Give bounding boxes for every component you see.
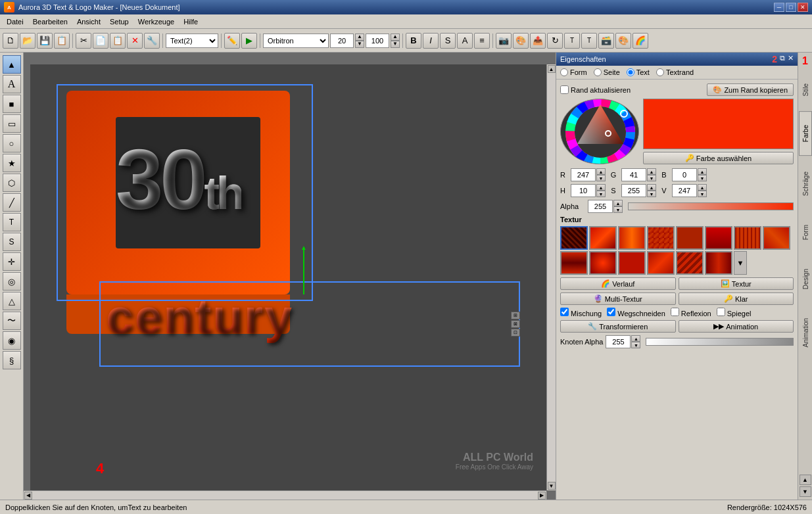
h-down[interactable]: ▼ [596,191,606,197]
b-input[interactable] [672,168,697,181]
opacity-input[interactable] [366,34,389,48]
rand-checkbox[interactable] [560,85,569,94]
panel-float-btn[interactable]: ⧉ [780,54,785,64]
export-button[interactable]: 📤 [530,33,546,49]
spiral-tool[interactable]: ◉ [3,331,21,350]
r-input[interactable] [571,168,596,181]
knoten-spinners[interactable]: ▲ ▼ [631,335,640,348]
spiegel-label[interactable]: Spiegel [717,308,752,317]
polygon-tool[interactable]: ⬡ [3,174,21,192]
tab-seite[interactable]: Seite [594,68,620,76]
reflexion-label[interactable]: Reflexion [671,308,711,317]
font-size-spinner[interactable]: ▲ ▼ [355,34,364,48]
menu-setup[interactable]: Setup [106,16,133,27]
texture-1[interactable] [589,226,617,250]
italic-button[interactable]: I [423,33,439,49]
font-size-up[interactable]: ▲ [355,34,364,41]
delete-button[interactable]: ✕ [127,33,143,49]
texture-13[interactable] [705,251,732,275]
triangle-tool[interactable]: △ [3,292,21,310]
pick-button[interactable]: 🔧 [144,33,160,49]
alpha-spinners[interactable]: ▲ ▼ [613,200,623,213]
font-size-input[interactable] [330,34,354,48]
texture-9[interactable] [589,251,617,275]
copy-button[interactable]: 📄 [93,33,108,49]
open-button[interactable]: 📂 [20,33,36,49]
s-spinners[interactable]: ▲ ▼ [647,184,656,197]
verlauf-button[interactable]: 🌈 Verlauf [560,277,676,290]
menu-datei[interactable]: Datei [3,16,28,27]
font-selector[interactable]: Orbitron [263,34,329,48]
farbe-auswaehlen-button[interactable]: 🔑 Farbe auswählen [643,152,794,164]
align-button[interactable]: ≡ [474,33,490,49]
alpha-down[interactable]: ▼ [613,206,623,213]
paste-button[interactable]: 📋 [110,33,126,49]
cross-tool[interactable]: ✛ [3,252,21,271]
v-up[interactable]: ▲ [698,184,707,191]
g-down[interactable]: ▼ [647,175,656,181]
menu-hilfe[interactable]: Hilfe [179,16,202,27]
text-tool[interactable]: A [3,75,21,93]
mischung-check[interactable] [560,308,569,316]
r-spinners[interactable]: ▲ ▼ [596,168,606,181]
menu-werkzeuge[interactable]: Werkzeuge [134,16,178,27]
object-selector[interactable]: Text(2) [166,34,218,48]
tab-schraege[interactable]: Schräge [799,158,812,210]
v-spinners[interactable]: ▲ ▼ [698,184,707,197]
minimize-button[interactable]: ─ [774,3,784,12]
shadow-button[interactable]: A [457,33,473,49]
knoten-slider[interactable] [646,338,794,346]
h-spin[interactable]: ▲ ▼ [571,184,606,197]
side-scroll-up[interactable]: ▲ [800,475,811,485]
menu-bearbeiten[interactable]: Bearbeiten [29,16,72,27]
multi-textur-button[interactable]: 🔮 Multi-Textur [560,292,676,305]
tab-animation[interactable]: Animation [799,304,812,361]
tab-form[interactable]: Form [560,68,587,76]
opacity-up[interactable]: ▲ [391,34,400,41]
knoten-spin[interactable]: ▲ ▼ [606,335,640,348]
texture-11[interactable] [647,251,675,275]
play-button[interactable]: ▶ [241,33,257,49]
color2-button[interactable]: 🌈 [633,33,648,49]
alpha-spin[interactable]: ▲ ▼ [588,200,623,213]
wave-tool[interactable]: 〜 [3,312,21,330]
new-button[interactable]: 🗋 [3,33,18,49]
bold-button[interactable]: B [406,33,421,49]
texture-8[interactable] [560,251,588,275]
h-input[interactable] [571,184,596,197]
line-tool[interactable]: ╱ [3,193,21,212]
r-down[interactable]: ▼ [596,175,606,181]
g-spinners[interactable]: ▲ ▼ [647,168,656,181]
maximize-button[interactable]: □ [786,3,796,12]
zum-rand-kopieren-button[interactable]: 🎨 Zum Rand kopieren [707,83,794,96]
g-spin[interactable]: ▲ ▼ [621,168,656,181]
wegschneiden-label[interactable]: Wegschneiden [607,308,665,317]
texture-3[interactable] [647,226,675,250]
camera-button[interactable]: 📷 [496,33,512,49]
special-tool[interactable]: § [3,351,21,369]
v-down[interactable]: ▼ [698,191,707,197]
t-tool[interactable]: T [3,213,21,231]
rotate-button[interactable]: ↻ [547,33,563,49]
knoten-up[interactable]: ▲ [631,335,640,342]
r-spin[interactable]: ▲ ▼ [571,168,606,181]
alpha-slider[interactable] [628,202,794,210]
rect-tool[interactable]: ■ [3,95,21,113]
s-down[interactable]: ▼ [647,191,656,197]
menu-ansicht[interactable]: Ansicht [73,16,105,27]
alpha-input[interactable] [588,200,613,213]
opacity-spinner[interactable]: ▲ ▼ [391,34,400,48]
g-input[interactable] [621,168,646,181]
t3-button[interactable]: 🗃️ [598,33,614,49]
h-spinners[interactable]: ▲ ▼ [596,184,606,197]
color1-button[interactable]: 🎨 [615,33,631,49]
strikethrough-button[interactable]: S [440,33,456,49]
save-as-button[interactable]: 📋 [54,33,70,49]
b-spin[interactable]: ▲ ▼ [672,168,707,181]
r-up[interactable]: ▲ [596,168,606,175]
tab-form[interactable]: Form [799,211,812,254]
texture-5[interactable] [705,226,732,250]
klar-button[interactable]: 🔑 Klar [679,292,794,305]
b-spinners[interactable]: ▲ ▼ [698,168,707,181]
tab-text[interactable]: Text [627,68,650,76]
